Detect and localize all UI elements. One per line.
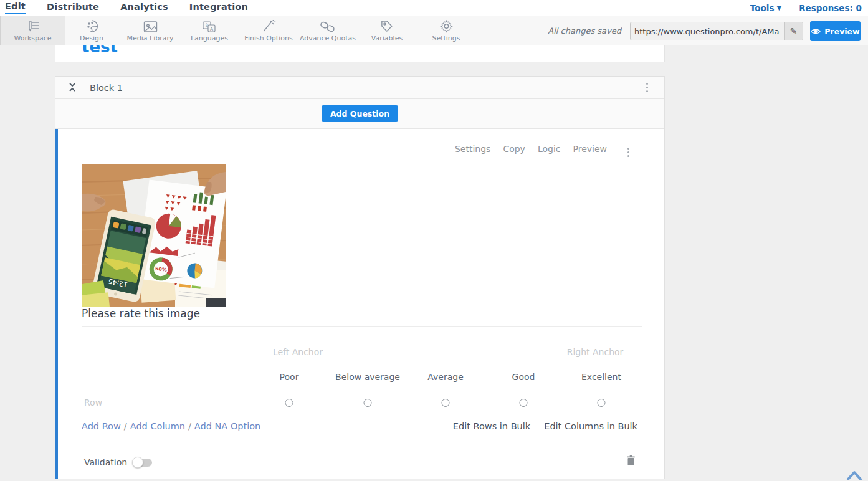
edit-url-button[interactable]: ✎ <box>784 22 803 40</box>
finish-options-icon <box>262 19 275 33</box>
column-label-below-average[interactable]: Below average <box>335 372 400 382</box>
edit-columns-in-bulk-link[interactable]: Edit Columns in Bulk <box>544 421 637 431</box>
column-label-excellent[interactable]: Excellent <box>581 372 621 382</box>
pencil-icon: ✎ <box>790 26 798 36</box>
bulk-edit-links: Edit Rows in Bulk Edit Columns in Bulk <box>453 421 637 431</box>
right-anchor-field[interactable]: Right Anchor <box>567 347 624 357</box>
toolbar-item-advance-quotas[interactable]: Advance Quotas <box>300 16 356 45</box>
toolbar-label: Workspace <box>14 34 51 42</box>
add-question-strip: Add Question <box>55 99 664 129</box>
toolbar-item-design[interactable]: Design <box>80 16 103 45</box>
question-menu-icon[interactable] <box>625 145 632 160</box>
row-label-field[interactable]: Row <box>84 398 102 407</box>
toolbar-label: Media Library <box>127 34 174 42</box>
toggle-knob <box>132 457 143 468</box>
scroll-to-top-icon[interactable] <box>845 469 864 481</box>
collapse-block-icon[interactable] <box>68 81 77 96</box>
toolbar-label: Languages <box>191 34 228 42</box>
media-library-icon <box>143 19 158 33</box>
add-na-option-link[interactable]: Add NA Option <box>194 421 260 431</box>
survey-url-box: ✎ <box>630 22 803 40</box>
toolbar-label: Settings <box>432 34 460 42</box>
left-anchor-field[interactable]: Left Anchor <box>273 347 323 357</box>
block-panel: Block 1 Add Question Settings Copy Logic… <box>55 76 665 479</box>
nav-tab-distribute[interactable]: Distribute <box>47 2 99 14</box>
question-divider <box>82 326 642 327</box>
column-label-poor[interactable]: Poor <box>280 372 299 382</box>
eye-icon <box>811 28 821 35</box>
toolbar-label: Finish Options <box>244 34 292 42</box>
question-image[interactable]: 50% <box>82 164 226 307</box>
rating-radio-excellent[interactable] <box>598 399 606 407</box>
svg-text:A: A <box>210 26 214 32</box>
block-menu-icon[interactable] <box>644 80 651 95</box>
rating-radio-average[interactable] <box>442 399 450 407</box>
block-header: Block 1 <box>55 77 664 99</box>
variables-icon <box>380 19 394 33</box>
top-nav-right: Tools ▼ Responses: 0 <box>750 3 862 13</box>
validation-divider <box>58 447 664 447</box>
question-copy-link[interactable]: Copy <box>503 144 525 154</box>
question-settings-link[interactable]: Settings <box>455 144 490 154</box>
survey-title[interactable]: test <box>82 45 118 56</box>
toolbar-item-media-library[interactable]: Media Library <box>127 16 174 45</box>
delete-question-icon[interactable] <box>626 455 636 469</box>
column-label-average[interactable]: Average <box>427 372 464 382</box>
separator: / <box>188 421 191 431</box>
question-actions: Settings Copy Logic Preview <box>455 144 607 154</box>
toolbar-label: Advance Quotas <box>300 34 356 42</box>
validation-toggle[interactable] <box>133 459 152 467</box>
languages-icon: 文 A <box>202 19 217 33</box>
block-title[interactable]: Block 1 <box>90 83 123 93</box>
validation-label: Validation <box>84 457 127 467</box>
nav-tab-integration[interactable]: Integration <box>189 2 248 14</box>
settings-icon <box>439 19 453 33</box>
toolbar-item-variables[interactable]: Variables <box>371 16 403 45</box>
validation-row: Validation <box>84 457 152 467</box>
app-window: Edit Distribute Analytics Integration To… <box>0 0 868 481</box>
toolbar-item-languages[interactable]: 文 A Languages <box>191 16 228 45</box>
edit-rows-in-bulk-link[interactable]: Edit Rows in Bulk <box>453 421 530 431</box>
column-label-good[interactable]: Good <box>512 372 535 382</box>
nav-tab-edit[interactable]: Edit <box>5 1 26 14</box>
tools-label: Tools <box>750 3 775 13</box>
editor-toolbar: Workspace Design Media Library <box>0 16 868 45</box>
add-question-button[interactable]: Add Question <box>322 105 398 122</box>
top-nav: Edit Distribute Analytics Integration To… <box>0 0 868 16</box>
add-row-link[interactable]: Add Row <box>82 421 121 431</box>
design-icon <box>85 19 98 33</box>
preview-label: Preview <box>824 27 859 36</box>
tools-menu[interactable]: Tools ▼ <box>750 3 781 13</box>
toolbar-label: Design <box>80 34 103 42</box>
rating-radio-poor[interactable] <box>285 399 293 407</box>
add-column-link[interactable]: Add Column <box>130 421 185 431</box>
save-status: All changes saved <box>548 26 621 36</box>
rating-radio-below-average[interactable] <box>364 399 372 407</box>
toolbar-item-workspace[interactable]: Workspace <box>0 16 65 45</box>
row-column-links: Add Row/Add Column/Add NA Option <box>82 421 260 431</box>
toolbar-item-finish-options[interactable]: Finish Options <box>244 16 292 45</box>
question-preview-link[interactable]: Preview <box>573 144 608 154</box>
survey-url-input[interactable] <box>631 27 784 36</box>
caret-down-icon: ▼ <box>776 4 781 11</box>
toolbar-item-settings[interactable]: Settings <box>432 16 460 45</box>
question-card: Settings Copy Logic Preview <box>55 129 664 479</box>
question-logic-link[interactable]: Logic <box>538 144 561 154</box>
responses-count[interactable]: Responses: 0 <box>799 3 862 13</box>
question-text[interactable]: Please rate this image <box>82 307 200 320</box>
preview-button[interactable]: Preview <box>810 21 861 41</box>
toolbar-label: Variables <box>371 34 403 42</box>
survey-title-panel: test <box>55 45 665 62</box>
rating-radio-good[interactable] <box>520 399 528 407</box>
nav-tab-analytics[interactable]: Analytics <box>120 2 168 14</box>
workspace-icon <box>26 19 41 33</box>
advance-quotas-icon <box>320 19 336 33</box>
svg-text:文: 文 <box>205 22 209 28</box>
separator: / <box>124 421 127 431</box>
